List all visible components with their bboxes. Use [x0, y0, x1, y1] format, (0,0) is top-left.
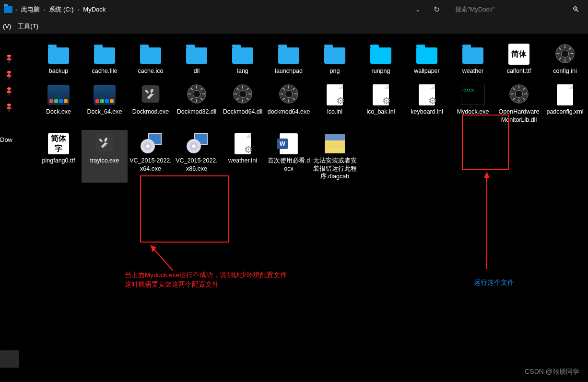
file-item[interactable]: runpng [358, 40, 404, 77]
file-item[interactable]: execMydock.exe [450, 81, 496, 126]
file-label: weather.ini [228, 157, 257, 165]
refresh-icon[interactable]: ↻ [434, 5, 440, 14]
file-label: lang [237, 67, 248, 75]
file-label: Dockmod.exe [132, 108, 169, 116]
breadcrumb[interactable]: › 此电脑 › 系统 (C:) › MyDock [4, 3, 415, 16]
file-item[interactable]: 简体字pingfang0.ttf [35, 130, 82, 183]
search-input[interactable]: 搜索"MyDock" [453, 3, 559, 16]
file-item[interactable]: launchpad [266, 40, 312, 77]
file-item[interactable]: dockmod64.exe [266, 81, 312, 126]
file-item[interactable]: VC_2015-2022.x64.exe [128, 130, 174, 183]
file-item[interactable]: Dockmod32.dll [174, 81, 220, 126]
file-label: launchpad [275, 67, 303, 75]
annotation-text-blue: 运行这个文件 [474, 278, 514, 288]
chevron-right-icon: › [15, 7, 17, 12]
file-item[interactable]: ico_bak.ini [358, 81, 404, 126]
file-item[interactable]: weather.ini [220, 130, 266, 183]
file-item[interactable]: Dock_64.exe [82, 81, 128, 126]
file-item[interactable]: 简体calfont.ttf [496, 40, 542, 77]
svg-point-12 [193, 91, 200, 98]
chevron-right-icon: › [78, 7, 80, 12]
file-icon: exec [460, 83, 486, 107]
file-icon [368, 83, 394, 107]
menu-bar: (V) 工具(T) [0, 19, 588, 34]
file-icon [184, 132, 210, 156]
file-item[interactable]: png [312, 40, 358, 77]
file-icon [184, 83, 210, 107]
file-item[interactable]: 无法安装或者安装报错运行此程序.diagcab [312, 130, 358, 183]
folder-icon [4, 6, 12, 13]
file-item[interactable]: ico.ini [312, 81, 358, 126]
svg-point-32 [285, 91, 292, 98]
file-label: ico.ini [327, 108, 342, 116]
file-icon [276, 83, 302, 107]
file-item[interactable]: Dockmod64.dll [220, 81, 266, 126]
file-icon [368, 42, 394, 66]
file-item[interactable]: backup [35, 40, 82, 77]
file-item[interactable]: Dockmod.exe [128, 81, 174, 126]
file-item[interactable]: config.ini [542, 40, 588, 77]
file-item[interactable]: cache.file [82, 40, 128, 77]
file-icon [276, 132, 302, 156]
breadcrumb-item[interactable]: MyDock [82, 4, 106, 15]
file-icon [138, 42, 164, 66]
pin-icon[interactable]: 📌 [3, 102, 14, 113]
file-icon [414, 83, 440, 107]
chevron-right-icon: › [44, 7, 46, 12]
file-item[interactable]: OpenHardwareMonitorLib.dll [496, 81, 542, 126]
file-icon [230, 132, 256, 156]
search-icon[interactable]: 🔍︎ [572, 5, 579, 13]
quick-access-pins: 📌 📌 📌 📌 [0, 34, 17, 111]
file-icon [322, 42, 348, 66]
file-label: config.ini [553, 67, 576, 75]
file-label: keyboard.ini [411, 108, 443, 116]
file-item[interactable]: Dock.exe [35, 81, 82, 126]
scrollbar[interactable] [0, 350, 19, 368]
file-item[interactable]: trayico.exe [82, 130, 128, 183]
file-item[interactable]: padconfig.xml [542, 81, 588, 126]
file-label: weather [462, 67, 483, 75]
file-label: VC_2015-2022.x64.exe [129, 157, 173, 173]
file-icon [230, 42, 256, 66]
file-icon [184, 42, 210, 66]
watermark: CSDN @张朋同学 [525, 368, 579, 376]
breadcrumb-item[interactable]: 此电脑 [20, 3, 41, 16]
file-grid: backupcache.filecache.icodlllanglaunchpa… [35, 39, 588, 185]
file-item[interactable]: VC_2015-2022.x86.exe [174, 130, 220, 183]
file-item[interactable]: weather [450, 40, 496, 77]
file-label: Dockmod32.dll [177, 108, 217, 116]
file-label: cache.file [92, 67, 118, 75]
file-label: dockmod64.exe [268, 108, 310, 116]
file-icon [92, 42, 118, 66]
file-item[interactable]: cache.ico [128, 40, 174, 77]
file-label: calfont.ttf [507, 67, 531, 75]
file-icon [138, 83, 164, 107]
file-item[interactable]: keyboard.ini [404, 81, 450, 126]
chevron-down-icon[interactable]: ⌄ [415, 6, 420, 13]
file-label: runpng [372, 67, 390, 75]
pin-icon[interactable]: 📌 [3, 53, 14, 64]
file-label: backup [49, 67, 68, 75]
file-icon [414, 42, 440, 66]
file-item[interactable]: 首次使用必看.docx [266, 130, 312, 183]
address-bar: › 此电脑 › 系统 (C:) › MyDock ⌄ ↻ 搜索"MyDock" … [0, 0, 588, 19]
file-label: Dock.exe [46, 108, 71, 116]
file-icon [230, 83, 256, 107]
file-icon [506, 83, 532, 107]
file-label: VC_2015-2022.x86.exe [175, 157, 219, 173]
svg-point-22 [239, 91, 246, 98]
file-label: 无法安装或者安装报错运行此程序.diagcab [313, 157, 357, 181]
file-item[interactable]: lang [220, 40, 266, 77]
file-icon [322, 83, 348, 107]
file-item[interactable]: dll [174, 40, 220, 77]
file-label: ico_bak.ini [366, 108, 395, 116]
sidebar-fragment: Dow [0, 136, 12, 143]
pin-icon[interactable]: 📌 [3, 69, 14, 80]
pin-icon[interactable]: 📌 [3, 85, 14, 96]
breadcrumb-item[interactable]: 系统 (C:) [48, 3, 74, 16]
menu-tools[interactable]: 工具(T) [18, 22, 38, 31]
menu-view[interactable]: (V) [3, 23, 11, 30]
file-icon [138, 132, 164, 156]
file-icon: 简体字 [46, 132, 71, 156]
file-item[interactable]: wallpaper [404, 40, 450, 77]
